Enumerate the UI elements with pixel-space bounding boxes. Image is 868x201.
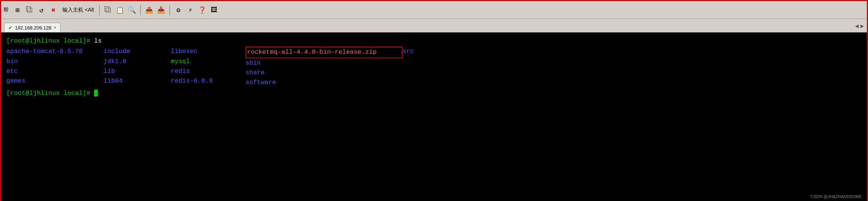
terminal-content: [root@ljhlinux local]# ls apache-tomcat-… (6, 36, 862, 98)
new-session-icon[interactable]: ⊞ (12, 5, 23, 15)
file-jdk: jdk1.8 (104, 57, 171, 67)
help-icon[interactable]: ❓ (197, 5, 207, 15)
file-apache-tomcat: apache-tomcat-8.5.78 (6, 47, 104, 56)
watermark: CSDN @JH&ZHANDSOME (811, 194, 862, 200)
tab-check-icon: ✔ (8, 25, 13, 31)
separator-3 (169, 5, 170, 15)
file-src: src (402, 47, 432, 56)
file-mysql: mysql (171, 57, 245, 67)
tab-ip-label: 192.168.209.128 (15, 25, 52, 31)
file-games: games (6, 76, 104, 86)
file-redis-609: redis-6.0.9 (171, 76, 245, 86)
terminal-cursor (94, 90, 98, 96)
separator-1 (99, 5, 100, 15)
prompt-2: [root@ljhlinux local]# (6, 90, 90, 97)
tab-prev-arrow[interactable]: ◄ (855, 23, 859, 30)
file-redis: redis (171, 67, 245, 76)
separator-2 (140, 5, 141, 15)
paste-icon[interactable]: 📋 (115, 5, 125, 15)
command-ls: ls (94, 37, 102, 44)
reconnect-icon[interactable]: ↺ (36, 5, 47, 15)
toolbar: 帮 ⊞ ⿻ ↺ ✖ 输入主机 <Alt ⿻ 📋 🔍 📤 📥 ⚙ ⚡ ❓ 🖼 (1, 1, 867, 19)
find-icon[interactable]: 🔍 (127, 5, 137, 15)
transfer-icon[interactable]: 📤 (144, 5, 154, 15)
screenshot-icon[interactable]: 🖼 (209, 5, 219, 15)
file-software: software (245, 78, 402, 87)
main-window: 帮 ⊞ ⿻ ↺ ✖ 输入主机 <Alt ⿻ 📋 🔍 📤 📥 ⚙ ⚡ ❓ 🖼 ✔ … (0, 0, 868, 201)
file-rocketmq-highlighted: rocketmq-all-4.4.0-bin-release.zip (245, 47, 402, 58)
terminal-wrapper: [root@ljhlinux local]# ls apache-tomcat-… (1, 33, 867, 201)
col1: apache-tomcat-8.5.78 bin etc games (6, 47, 104, 87)
file-sbin: sbin (245, 58, 402, 68)
file-lib64: lib64 (104, 76, 171, 86)
col3: libexec mysql redis redis-6.0.9 (171, 47, 245, 87)
file-etc: etc (6, 67, 104, 76)
file-include: include (104, 47, 171, 56)
col5: src (402, 47, 432, 87)
prompt-1: [root@ljhlinux local]# (6, 37, 90, 44)
file-listing: apache-tomcat-8.5.78 bin etc games inclu… (6, 47, 862, 87)
col4: rocketmq-all-4.4.0-bin-release.zip sbin … (245, 47, 402, 87)
duplicate-icon[interactable]: ⿻ (24, 5, 35, 15)
input-host-label[interactable]: 输入主机 <Alt (62, 7, 94, 13)
terminal[interactable]: [root@ljhlinux local]# ls apache-tomcat-… (1, 33, 867, 201)
tab-close-button[interactable]: × (54, 25, 56, 30)
col2: include jdk1.8 lib lib64 (104, 47, 171, 87)
tab-session-1[interactable]: ✔ 192.168.209.128 × (4, 23, 61, 32)
file-libexec: libexec (171, 47, 245, 56)
file-lib: lib (104, 67, 171, 76)
tab-nav: ◄ ► (855, 23, 864, 30)
copy-icon[interactable]: ⿻ (103, 5, 113, 15)
help-menu[interactable]: 帮 (3, 7, 9, 13)
file-bin: bin (6, 57, 104, 67)
close-session-icon[interactable]: ✖ (48, 5, 59, 15)
download-icon[interactable]: 📥 (156, 5, 166, 15)
second-prompt-line: [root@ljhlinux local]# (6, 89, 862, 98)
file-share: share (245, 68, 402, 78)
options-icon[interactable]: ⚙ (173, 5, 183, 15)
tab-next-arrow[interactable]: ► (860, 23, 864, 30)
lightning-icon[interactable]: ⚡ (185, 5, 195, 15)
tab-bar: ✔ 192.168.209.128 × ◄ ► (1, 19, 867, 33)
command-line: [root@ljhlinux local]# ls (6, 36, 862, 46)
